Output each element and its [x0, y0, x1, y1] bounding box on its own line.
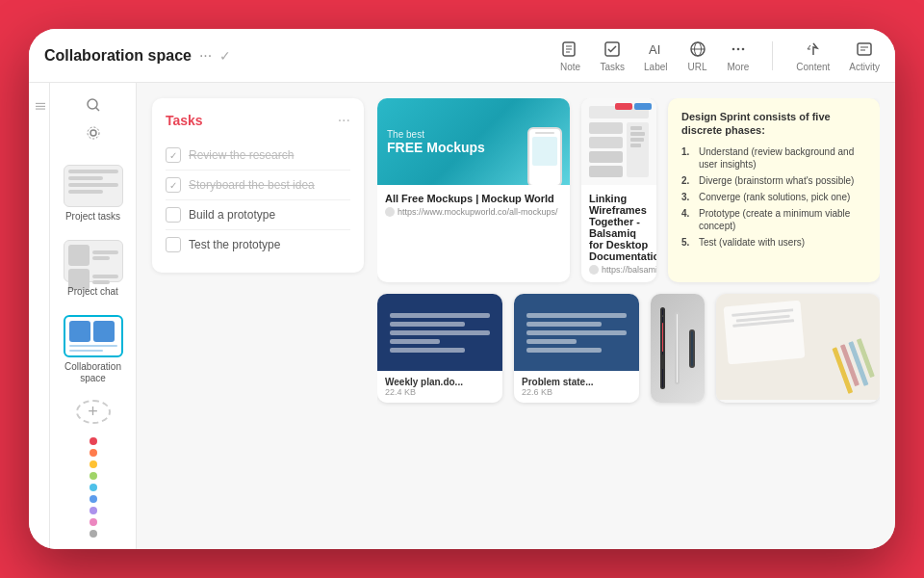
content-label: Content [796, 62, 830, 72]
tasks-title: Tasks [166, 113, 203, 128]
tasks-label: Tasks [600, 62, 625, 72]
tasks-menu-button[interactable]: ··· [338, 112, 350, 129]
title-check-icon[interactable]: ✓ [219, 48, 231, 64]
label-icon: AI [645, 39, 666, 60]
weekly-plan-card[interactable]: Weekly plan.do... 22.4 KB [377, 294, 502, 403]
collapse-button[interactable]: ||| [31, 94, 48, 118]
task-item: Review the research [166, 141, 350, 171]
right-content: The best FREE Mockups [377, 98, 880, 534]
tasks-tool[interactable]: Tasks [600, 39, 625, 72]
mockup-card-title: All Free Mockups | Mockup World [385, 193, 562, 204]
search-button[interactable] [76, 94, 111, 117]
toolbar: Note Tasks AI Label [559, 39, 880, 72]
device-frame: Collaboration space ··· ✓ Note [29, 29, 895, 549]
task-text-3: Build a prototype [189, 208, 275, 222]
desk-image [716, 294, 880, 400]
color-dot-cyan [90, 484, 97, 491]
sprint-item-5-text: Test (validate with users) [699, 236, 805, 249]
mockup-url-text: https://www.mockupworld.co/all-mockups/ [398, 207, 558, 217]
svg-point-17 [90, 130, 96, 136]
top-cards-row: The best FREE Mockups [377, 98, 880, 282]
weekly-plan-image [377, 294, 502, 371]
svg-rect-12 [858, 43, 871, 55]
weekly-plan-name: Weekly plan.do... [385, 377, 495, 387]
page-title: Collaboration space [44, 47, 192, 65]
wireframe-globe-icon [589, 265, 599, 275]
url-label: URL [687, 62, 706, 72]
tablet-mockup [689, 329, 695, 368]
settings-button[interactable] [76, 122, 111, 144]
wireframe-url: https://balsamiq.com/wireframes/desktop/… [589, 265, 649, 275]
add-space-button[interactable]: + [76, 400, 111, 424]
sprint-note-title: Design Sprint consists of five discrete … [681, 110, 866, 138]
tasks-card: Tasks ··· Review the research Storyboard… [152, 98, 364, 273]
task-item: Storyboard the best idea [166, 171, 350, 200]
collaboration-space-label: Collaborationspace [64, 361, 121, 384]
activity-tool[interactable]: Activity [849, 39, 880, 72]
main-layout: ||| [29, 83, 895, 549]
problem-state-card[interactable]: Problem state... 22.6 KB [514, 294, 639, 403]
mockup-info: All Free Mockups | Mockup World https://… [377, 185, 570, 224]
sidebar: Project tasks [50, 83, 137, 549]
weekly-plan-info: Weekly plan.do... 22.4 KB [377, 371, 502, 403]
content-icon [803, 39, 824, 60]
wireframe-url-text: https://balsamiq.com/wireframes/desktop/… [602, 265, 656, 275]
color-palette [90, 437, 97, 538]
dark-phone-mockup [660, 307, 665, 389]
mockup-world-card[interactable]: The best FREE Mockups [377, 98, 570, 282]
mockup-overlay-text: The best FREE Mockups [387, 129, 485, 155]
color-dot-green [90, 472, 97, 480]
svg-point-11 [742, 48, 745, 51]
note-tool[interactable]: Note [559, 39, 580, 72]
task-checkbox-1[interactable] [166, 147, 181, 163]
more-label: More [728, 62, 750, 72]
wireframe-card[interactable]: Linking Wireframes Together - Balsamiq f… [581, 98, 656, 282]
project-chat-thumb [64, 240, 123, 282]
sprint-item-1-text: Understand (review background and user i… [699, 145, 866, 171]
sprint-item-4: Prototype (create a minimum viable conce… [681, 207, 866, 232]
task-checkbox-2[interactable] [166, 177, 181, 193]
mockup-tag: The best [387, 129, 485, 140]
activity-icon [854, 39, 875, 60]
project-tasks-thumb [64, 165, 123, 207]
content-area: Tasks ··· Review the research Storyboard… [137, 83, 895, 549]
more-tool[interactable]: More [728, 39, 750, 72]
svg-point-9 [732, 48, 735, 51]
wireframe-badges [615, 103, 652, 110]
project-chat-label: Project chat [67, 286, 118, 298]
svg-point-10 [737, 48, 740, 51]
phone-illustration [527, 127, 562, 185]
mockup-image: The best FREE Mockups [377, 98, 570, 185]
problem-state-size: 22.6 KB [522, 387, 631, 397]
task-checkbox-4[interactable] [166, 237, 181, 252]
top-bar: Collaboration space ··· ✓ Note [29, 29, 895, 83]
note-label: Note [560, 62, 580, 72]
design-sprint-note: Design Sprint consists of five discrete … [668, 98, 880, 282]
sprint-item-4-text: Prototype (create a minimum viable conce… [699, 207, 866, 232]
url-globe-icon [385, 207, 395, 217]
sidebar-item-project-chat[interactable]: Project chat [56, 234, 131, 303]
task-text-2: Storyboard the best idea [189, 178, 315, 192]
problem-state-name: Problem state... [522, 377, 631, 387]
note-icon [559, 39, 580, 60]
weekly-plan-size: 22.4 KB [385, 387, 495, 397]
sprint-item-3: Converge (rank solutions, pick one) [681, 191, 866, 203]
color-dot-orange [90, 449, 97, 457]
more-icon [728, 39, 749, 60]
far-left-panel: ||| [29, 83, 50, 549]
activity-label: Activity [849, 62, 880, 72]
sprint-item-2: Diverge (brainstorm what's possible) [681, 174, 866, 187]
color-dot-blue [90, 495, 97, 503]
color-dot-yellow [90, 460, 97, 468]
sprint-list: Understand (review background and user i… [681, 145, 866, 249]
toolbar-separator [772, 41, 773, 70]
task-checkbox-3[interactable] [166, 207, 181, 223]
sidebar-item-collaboration-space[interactable]: Collaborationspace [56, 309, 131, 390]
label-tool[interactable]: AI Label [644, 39, 667, 72]
title-menu-dots[interactable]: ··· [199, 47, 212, 65]
content-tool[interactable]: Content [796, 39, 830, 72]
sidebar-item-project-tasks[interactable]: Project tasks [56, 159, 131, 228]
task-text-4: Test the prototype [189, 238, 280, 251]
url-tool[interactable]: URL [687, 39, 708, 72]
project-tasks-label: Project tasks [65, 211, 120, 223]
